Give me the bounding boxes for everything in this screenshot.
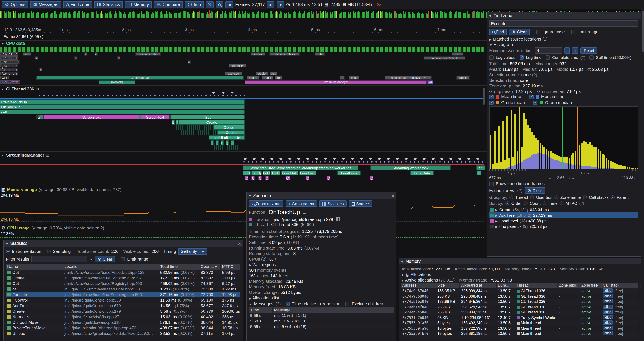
frame-bar[interactable] <box>338 13 338 18</box>
frame-bar[interactable] <box>466 13 466 18</box>
collapse-mark-icon[interactable] <box>212 92 215 94</box>
frame-bar[interactable] <box>292 13 292 18</box>
cpu-thread-zone[interactable]: TraD <box>349 76 359 80</box>
zone-fragment[interactable] <box>187 125 188 130</box>
frame-bar[interactable] <box>108 13 108 18</box>
frame-bar[interactable] <box>430 12 430 18</box>
frame-bar[interactable] <box>128 14 129 18</box>
frame-bar[interactable] <box>92 12 93 18</box>
cpu-thread-zone[interactable]: Ti <box>340 76 345 80</box>
cpu-zone[interactable]: audios <box>251 53 265 56</box>
frame-bar[interactable] <box>156 12 157 18</box>
zone-fragment[interactable] <box>208 130 209 135</box>
close-icon[interactable] <box>392 193 394 198</box>
frame-bar[interactable] <box>321 13 322 18</box>
mean-time-checkbox[interactable] <box>489 95 494 99</box>
frame-bar[interactable] <box>345 12 346 18</box>
frame-bar[interactable] <box>441 11 442 18</box>
frame-bar[interactable] <box>56 14 57 18</box>
frame-bar[interactable] <box>192 13 193 18</box>
user-text-radio[interactable] <box>530 195 534 199</box>
frame-bar[interactable] <box>467 11 468 18</box>
messages-table-header[interactable]: Time Message <box>249 307 394 313</box>
frame-bar[interactable] <box>359 12 360 18</box>
frame-bar[interactable] <box>123 14 124 18</box>
collapse-mark-icon[interactable] <box>369 158 372 160</box>
frame-bar[interactable] <box>106 14 107 18</box>
frame-bar[interactable] <box>322 12 323 18</box>
frame-bar[interactable] <box>435 12 436 18</box>
stats-row[interactable]: Get/mnt/e/claw/src/claw/base/AssetDict.h… <box>6 269 240 275</box>
timeline-zone[interactable]: ( <box>226 140 229 145</box>
frame-bar[interactable] <box>78 11 79 18</box>
frame-bar[interactable] <box>219 14 220 18</box>
frame-bar[interactable] <box>188 12 189 18</box>
timeline-zone[interactable]: PrivateTouchUp <box>0 99 245 104</box>
frame-bar[interactable] <box>137 14 138 18</box>
frame-bar[interactable] <box>222 11 223 18</box>
frame-bar[interactable] <box>234 12 235 18</box>
messages-button[interactable]: Messages <box>30 1 61 8</box>
collapse-mark-icon[interactable] <box>297 158 300 160</box>
frame-bar[interactable] <box>144 14 145 18</box>
zone-fragment[interactable] <box>233 145 234 150</box>
frame-bar[interactable] <box>285 14 286 18</box>
frame-bar[interactable] <box>253 12 254 18</box>
frame-bar[interactable] <box>28 13 29 18</box>
stats-row[interactable]: ~Controljni/../jni/src/guif/Control.cpp:… <box>6 297 240 303</box>
frame-bar[interactable] <box>33 12 34 18</box>
frame-bar[interactable] <box>112 12 113 18</box>
frame-bar[interactable] <box>303 13 304 18</box>
frame-bar[interactable] <box>37 12 38 18</box>
zone-fragment[interactable] <box>198 130 198 135</box>
ignore-case-checkbox[interactable] <box>536 30 540 34</box>
frame-bar[interactable] <box>247 13 248 18</box>
frame-bar[interactable] <box>70 14 71 18</box>
frame-bar[interactable] <box>235 11 236 18</box>
frame-bar[interactable] <box>198 12 199 18</box>
frame-bar[interactable] <box>146 11 146 18</box>
frame-bar[interactable] <box>391 13 392 18</box>
frame-bar[interactable] <box>464 13 465 18</box>
timeline-scrollbar[interactable] <box>483 88 484 105</box>
frame-bar[interactable] <box>445 13 446 18</box>
frame-bar[interactable] <box>450 11 451 18</box>
collapse-mark-icon[interactable] <box>351 158 354 160</box>
frame-bar[interactable] <box>320 11 320 18</box>
bin-decrease-button[interactable]: - <box>564 47 570 54</box>
frame-bar[interactable] <box>409 12 410 18</box>
frame-bar[interactable] <box>193 11 194 18</box>
frame-bar[interactable] <box>129 12 130 18</box>
time-relative-checkbox[interactable] <box>286 302 290 306</box>
instrumentation-radio[interactable] <box>6 249 10 253</box>
memory-col-zone-free[interactable]: Zone free <box>580 283 602 288</box>
cpu-thread-zone[interactable]: GLThread 336 <box>36 76 244 80</box>
frame-bar[interactable] <box>244 13 245 18</box>
options-button[interactable]: Options <box>2 1 28 8</box>
memory-col-call-stack[interactable]: Call stack <box>602 283 640 288</box>
frame-bar[interactable] <box>414 14 415 18</box>
frame-bar[interactable] <box>342 12 342 18</box>
frame-bar[interactable] <box>268 12 269 18</box>
cpu-zone[interactable]: audio <box>256 72 268 75</box>
frame-bar[interactable] <box>238 14 239 18</box>
matched-locations-toggle[interactable]: Matched source locations (1) <box>489 36 638 42</box>
zone-fragment[interactable] <box>218 145 219 150</box>
frame-bar[interactable] <box>130 12 131 18</box>
cpu-zone[interactable]: audio.service (effect) <box>424 56 465 60</box>
frame-bar[interactable] <box>451 12 452 18</box>
filter-options-icon[interactable] <box>90 257 93 261</box>
zone-fragment[interactable] <box>200 125 200 130</box>
frame-bar[interactable] <box>472 12 473 18</box>
zone-fragment[interactable] <box>220 145 221 150</box>
cpu-data-header[interactable]: CPU data <box>1 41 25 46</box>
collapse-mark-icon[interactable] <box>414 158 417 160</box>
frame-bar[interactable] <box>155 11 156 18</box>
frame-bar[interactable] <box>232 11 232 18</box>
frame-bar[interactable] <box>449 12 450 18</box>
frame-bar[interactable] <box>423 14 424 18</box>
log-values-checkbox[interactable] <box>489 55 494 60</box>
stats-col-mtpc[interactable]: MTPC <box>221 264 243 269</box>
frame-bar[interactable] <box>79 11 80 18</box>
timeline-zone[interactable]: C <box>306 176 310 180</box>
